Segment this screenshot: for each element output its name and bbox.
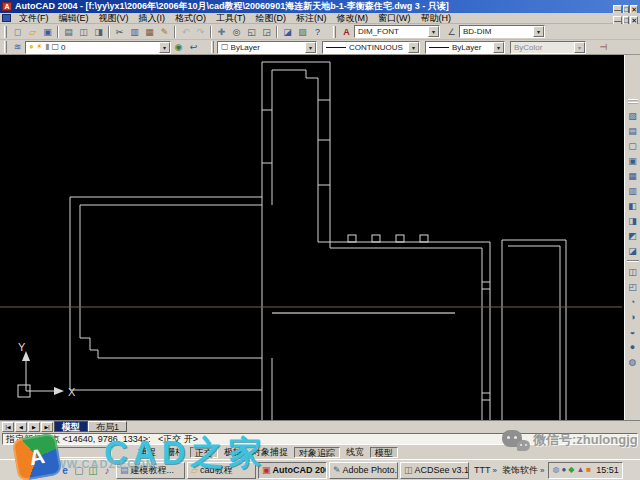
tab-model[interactable]: 模型 [54, 421, 88, 432]
save-icon: ▣ [43, 27, 52, 37]
undo-button[interactable]: ↶ [178, 25, 193, 39]
chevron-down-icon[interactable]: ▾ [493, 42, 504, 53]
taskbar-clock[interactable]: 15:51 [596, 465, 619, 475]
menu-item-工具[interactable]: 工具(T) [211, 12, 251, 25]
tray-icon-5[interactable]: ■ [586, 466, 591, 474]
menu-item-插入[interactable]: 插入(I) [134, 12, 171, 25]
redo-icon: ↷ [197, 27, 205, 37]
dock1-icon-7[interactable]: ◧ [626, 198, 640, 213]
chevron-icon[interactable]: » [540, 466, 544, 475]
chevron-down-icon[interactable]: ▾ [408, 42, 419, 53]
dock1-icon-1[interactable]: ▧ [626, 108, 640, 123]
plot-button[interactable]: ▤ [61, 25, 76, 39]
chevron-down-icon[interactable]: ▾ [159, 42, 170, 53]
task-acdsee[interactable]: ◫ACDSee v3.1... [400, 462, 469, 479]
tab-layout1[interactable]: 布局1 [88, 421, 127, 432]
zoom-window-button[interactable]: ◱ [244, 25, 259, 39]
task-photoshop[interactable]: ✎Adobe Photo... [329, 462, 398, 479]
tray-icon-4[interactable]: ▲ [576, 466, 584, 474]
dock1-icon-8[interactable]: ◨ [626, 213, 640, 228]
cut-button[interactable]: ✂ [112, 25, 127, 39]
dock1-icon-4[interactable]: ▣ [626, 153, 640, 168]
text-style-combo[interactable]: DIM_FONT ▾ [354, 25, 440, 38]
open-icon: ▱ [29, 27, 36, 37]
toolbar-grip[interactable] [333, 26, 336, 38]
tab-nav-3[interactable]: ▶ [28, 422, 40, 432]
designcenter-button[interactable]: ▨ [295, 25, 310, 39]
dock2-icon-7[interactable]: ◍ [626, 354, 640, 369]
toggle-对象追踪[interactable]: 对象追踪 [294, 447, 340, 458]
task-autocad[interactable]: ▣AutoCAD 200... [258, 462, 327, 479]
menu-item-修改[interactable]: 修改(M) [332, 12, 374, 25]
dock2-icon-6[interactable]: ● [626, 339, 640, 354]
chevron-icon[interactable]: » [493, 466, 497, 475]
tab-nav-1[interactable]: |◀ [2, 422, 14, 432]
dock1-icon-10[interactable]: ◪ [626, 243, 640, 258]
linetype-combo[interactable]: CONTINUOUS ▾ [322, 41, 420, 54]
preview-button[interactable]: ◫ [76, 25, 91, 39]
lineweight-combo[interactable]: ByLayer ▾ [425, 41, 505, 54]
toolbar-grip[interactable] [4, 26, 7, 38]
dock2-icon-1[interactable]: ◫ [626, 264, 640, 279]
dock2-icon-4[interactable]: ◑ [626, 309, 640, 324]
menu-item-窗口[interactable]: 窗口(W) [373, 12, 416, 25]
dim-style-combo[interactable]: BD-DIM ▾ [459, 25, 545, 38]
menu-item-文件[interactable]: 文件(F) [14, 12, 54, 25]
tray-icon-3[interactable]: ◆ [568, 466, 574, 474]
chevron-down-icon[interactable]: ▾ [533, 26, 544, 37]
zoom-previous-button[interactable]: ◲ [259, 25, 274, 39]
chevron-down-icon[interactable]: ▾ [428, 26, 439, 37]
tab-nav-4[interactable]: ▶| [41, 422, 53, 432]
dock2-icon-5[interactable]: ◒ [626, 324, 640, 339]
drawing-canvas[interactable]: Y X ▧▤▢▣▦▥◧◨◩◪ ◫◰◔◑◒●◍ [0, 55, 640, 420]
color-combo[interactable]: ▢ ByLayer ▾ [217, 41, 317, 54]
plot-style-combo[interactable]: ByColor ▾ [510, 41, 586, 54]
tools-band[interactable]: 装饰软件 [502, 464, 538, 477]
layer-manager-button[interactable]: ≋ [10, 40, 25, 54]
tray-icon-1[interactable]: ◍ [552, 466, 559, 474]
save-button[interactable]: ▣ [40, 25, 55, 39]
toolbar-grip[interactable] [628, 99, 638, 104]
help-button[interactable]: ? [310, 25, 325, 39]
layer-previous-button[interactable]: ↩ [186, 40, 201, 54]
dock1-icon-2[interactable]: ▤ [626, 123, 640, 138]
copy-button[interactable]: ▥ [127, 25, 142, 39]
redo-button[interactable]: ↷ [193, 25, 208, 39]
menu-item-格式[interactable]: 格式(O) [170, 12, 211, 25]
pan-button[interactable]: ✚ [214, 25, 229, 39]
menu-item-编辑[interactable]: 编辑(E) [54, 12, 94, 25]
docked-toolbar-button[interactable]: ⊣ [596, 40, 611, 54]
dock1-icon-6[interactable]: ▥ [626, 183, 640, 198]
layer-combo[interactable]: ●☀▮▢ 0 ▾ [25, 41, 171, 54]
properties-button[interactable]: ◪ [280, 25, 295, 39]
match-properties-button[interactable]: ✎ [157, 25, 172, 39]
menu-item-视图[interactable]: 视图(V) [94, 12, 134, 25]
paste-button[interactable]: ▦ [142, 25, 157, 39]
dock1-icon-9[interactable]: ◩ [626, 228, 640, 243]
open-button[interactable]: ▱ [25, 25, 40, 39]
chevron-down-icon[interactable]: ▾ [574, 42, 585, 53]
plot-icon: ▤ [64, 27, 73, 37]
zoom-realtime-button[interactable]: ◎ [229, 25, 244, 39]
language-band[interactable]: TTT [474, 465, 491, 475]
dim-style-value: BD-DIM [463, 27, 531, 36]
tab-nav-2[interactable]: ◀ [15, 422, 27, 432]
dock2-icon-3[interactable]: ◔ [626, 294, 640, 309]
new-button[interactable]: ◻ [10, 25, 25, 39]
make-object-layer-current-button[interactable]: ◉ [171, 40, 186, 54]
toolbar-grip[interactable] [4, 41, 7, 53]
tray-icon-2[interactable]: ● [561, 466, 566, 474]
publish-button[interactable]: ◨ [91, 25, 106, 39]
dock1-icon-5[interactable]: ▦ [626, 168, 640, 183]
menu-item-绘图[interactable]: 绘图(D) [251, 12, 292, 25]
dock2-icon-2[interactable]: ◰ [626, 279, 640, 294]
toggle-线宽[interactable]: 线宽 [342, 447, 368, 458]
dock1-icon-3[interactable]: ▢ [626, 138, 640, 153]
toggle-模型[interactable]: 模型 [370, 447, 398, 458]
toolbar-grip[interactable] [211, 41, 214, 53]
dim-style-button[interactable]: ∠ [444, 25, 459, 39]
chevron-down-icon[interactable]: ▾ [305, 42, 316, 53]
menu-item-帮助[interactable]: 帮助(H) [416, 12, 457, 25]
menu-item-标注[interactable]: 标注(N) [291, 12, 332, 25]
text-style-button[interactable]: A [339, 25, 354, 39]
